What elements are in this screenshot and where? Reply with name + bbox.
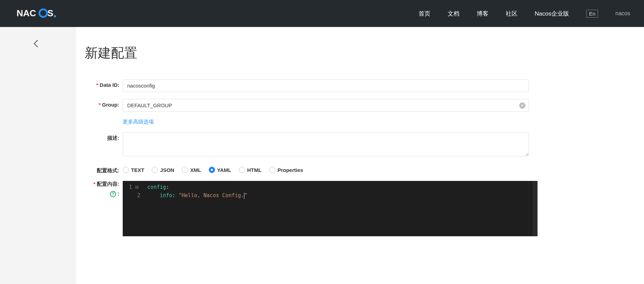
format-radio-html[interactable]: HTML — [239, 167, 262, 173]
nav-docs[interactable]: 文档 — [448, 10, 459, 18]
config-editor[interactable]: 1 ⊟ 2 config: info: "Hello, Nacos Config… — [123, 181, 538, 236]
format-radio-properties[interactable]: Properties — [269, 167, 303, 173]
sidebar — [0, 27, 76, 284]
logo-icon: NAC S — [17, 8, 62, 19]
dataid-input[interactable] — [123, 79, 529, 92]
user-name[interactable]: nacos — [615, 10, 630, 17]
desc-label: 描述: — [85, 132, 123, 141]
group-input[interactable] — [123, 99, 529, 112]
format-label: 配置格式: — [85, 165, 123, 174]
nav-blog[interactable]: 博客 — [477, 10, 488, 18]
top-header: NAC S 首页 文档 博客 社区 Nacos企业版 En nacos — [0, 0, 644, 27]
back-icon[interactable] — [33, 39, 40, 50]
nav-home[interactable]: 首页 — [419, 10, 430, 18]
group-label: *Group: — [85, 99, 123, 108]
line-number: 2 — [129, 191, 140, 200]
format-radio-json[interactable]: JSON — [152, 167, 174, 173]
page-title: 新建配置 — [85, 44, 644, 62]
dataid-label: *Data ID: — [85, 79, 123, 88]
content-label: 配置内容: — [97, 181, 119, 187]
line-number: 1 ⊟ — [129, 183, 140, 191]
logo[interactable]: NAC S — [17, 8, 62, 19]
format-radio-text[interactable]: TEXT — [123, 167, 144, 173]
svg-text:NAC: NAC — [17, 8, 36, 18]
nav-enterprise[interactable]: Nacos企业版 — [535, 10, 569, 18]
nav-community[interactable]: 社区 — [506, 10, 517, 18]
editor-scrollbar[interactable] — [533, 181, 538, 236]
format-radio-xml[interactable]: XML — [182, 167, 201, 173]
clear-icon[interactable]: ✕ — [519, 102, 525, 109]
advanced-options-link[interactable]: 更多高级选项 — [123, 119, 154, 125]
svg-rect-3 — [54, 15, 56, 17]
lang-switch[interactable]: En — [586, 10, 598, 18]
help-icon[interactable]: ? — [110, 191, 116, 197]
svg-point-1 — [39, 9, 47, 17]
svg-text:S: S — [47, 8, 53, 18]
format-radio-yaml[interactable]: YAML — [209, 167, 231, 173]
desc-input[interactable] — [123, 132, 529, 156]
